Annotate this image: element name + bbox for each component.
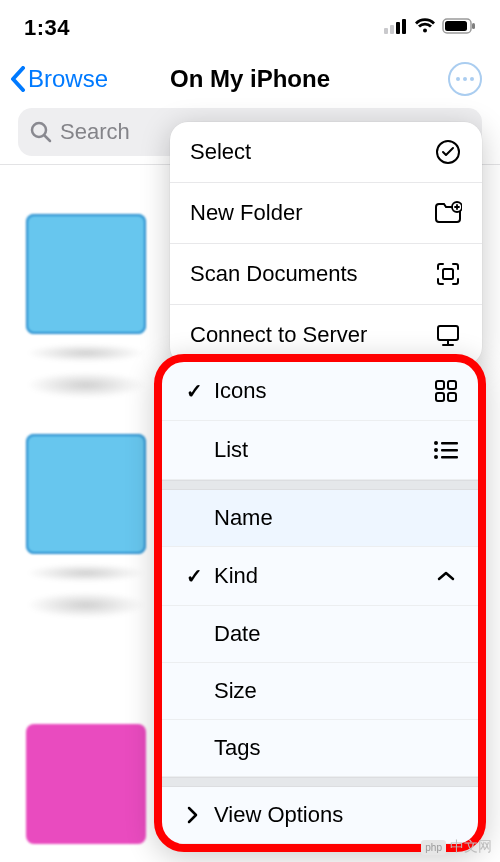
menu-separator xyxy=(162,777,478,787)
folder-thumbnail[interactable] xyxy=(26,214,146,334)
svg-line-8 xyxy=(45,136,51,142)
svg-rect-6 xyxy=(472,23,475,29)
search-icon xyxy=(30,121,52,143)
menu-label: List xyxy=(214,437,248,463)
svg-rect-2 xyxy=(396,22,400,34)
menu-separator xyxy=(162,480,478,490)
thumbnail-label xyxy=(26,564,146,582)
menu-label: Scan Documents xyxy=(190,261,358,287)
grid-icon xyxy=(432,377,460,405)
menu-label: New Folder xyxy=(190,200,302,226)
checkmark-icon: ✓ xyxy=(180,564,208,588)
menu-item-new-folder[interactable]: New Folder xyxy=(170,183,482,244)
menu-label: Select xyxy=(190,139,251,165)
menu-item-sort-size[interactable]: Size xyxy=(162,663,478,720)
actions-menu: Select New Folder Scan Documents Connect… xyxy=(170,122,482,365)
svg-point-19 xyxy=(434,448,438,452)
status-bar: 1:34 xyxy=(0,0,500,50)
menu-item-sort-kind[interactable]: ✓ Kind xyxy=(162,547,478,606)
chevron-left-icon xyxy=(10,64,28,94)
menu-item-view-icons[interactable]: ✓ Icons xyxy=(162,362,478,421)
nav-bar: Browse On My iPhone xyxy=(0,50,500,108)
svg-point-21 xyxy=(434,455,438,459)
more-button[interactable] xyxy=(448,62,482,96)
status-time: 1:34 xyxy=(24,15,70,41)
svg-point-17 xyxy=(434,441,438,445)
checkmark-circle-icon xyxy=(434,138,462,166)
svg-rect-1 xyxy=(390,25,394,34)
menu-item-scan-documents[interactable]: Scan Documents xyxy=(170,244,482,305)
chevron-up-icon xyxy=(432,562,460,590)
watermark: php 中文网 xyxy=(421,838,492,856)
folder-plus-icon xyxy=(434,199,462,227)
svg-rect-18 xyxy=(441,442,458,445)
menu-item-sort-name[interactable]: Name xyxy=(162,490,478,547)
list-icon xyxy=(432,436,460,464)
server-icon xyxy=(434,321,462,349)
thumbnail-label xyxy=(26,592,146,618)
menu-item-view-list[interactable]: List xyxy=(162,421,478,480)
svg-rect-15 xyxy=(436,393,444,401)
menu-label: Name xyxy=(214,505,273,531)
svg-rect-13 xyxy=(436,381,444,389)
search-placeholder: Search xyxy=(60,119,130,145)
menu-item-view-options[interactable]: View Options xyxy=(162,787,478,844)
status-indicators xyxy=(384,18,476,38)
thumbnail-label xyxy=(26,372,146,398)
cellular-icon xyxy=(384,18,408,38)
menu-label: Date xyxy=(214,621,260,647)
svg-rect-22 xyxy=(441,456,458,459)
menu-item-sort-tags[interactable]: Tags xyxy=(162,720,478,777)
folder-thumbnail[interactable] xyxy=(26,724,146,844)
svg-rect-11 xyxy=(443,269,453,279)
battery-icon xyxy=(442,18,476,38)
watermark-brand: php xyxy=(421,840,446,855)
svg-rect-16 xyxy=(448,393,456,401)
back-label: Browse xyxy=(28,65,108,93)
background-thumbnails xyxy=(0,190,160,854)
svg-rect-3 xyxy=(402,19,406,34)
chevron-right-icon xyxy=(180,806,204,824)
svg-rect-14 xyxy=(448,381,456,389)
svg-rect-20 xyxy=(441,449,458,452)
folder-thumbnail[interactable] xyxy=(26,434,146,554)
ellipsis-icon xyxy=(456,77,474,81)
menu-label: Icons xyxy=(214,378,267,404)
thumbnail-label xyxy=(26,344,146,362)
menu-item-select[interactable]: Select xyxy=(170,122,482,183)
menu-label: Connect to Server xyxy=(190,322,367,348)
menu-label: View Options xyxy=(214,802,343,828)
scan-icon xyxy=(434,260,462,288)
svg-rect-12 xyxy=(438,326,458,340)
checkmark-icon: ✓ xyxy=(180,379,208,403)
svg-rect-0 xyxy=(384,28,388,34)
menu-label: Tags xyxy=(214,735,260,761)
back-button[interactable]: Browse xyxy=(10,64,108,94)
view-sort-menu: ✓ Icons List Name ✓ Kind xyxy=(154,354,486,852)
menu-item-sort-date[interactable]: Date xyxy=(162,606,478,663)
watermark-text: 中文网 xyxy=(450,838,492,856)
menu-label: Size xyxy=(214,678,257,704)
wifi-icon xyxy=(414,18,436,38)
menu-label: Kind xyxy=(214,563,258,589)
svg-rect-5 xyxy=(445,21,467,31)
